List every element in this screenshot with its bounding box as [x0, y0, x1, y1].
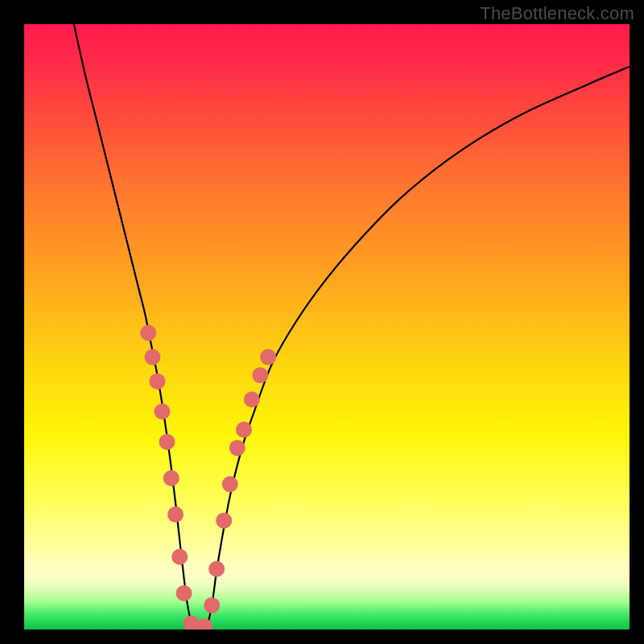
- watermark-text: TheBottleneck.com: [480, 3, 634, 24]
- highlight-dot: [244, 391, 260, 407]
- highlight-dot: [216, 513, 232, 529]
- chart-svg: [24, 24, 630, 630]
- plot-area: [24, 24, 630, 630]
- highlight-dot: [140, 325, 156, 341]
- highlight-dot: [260, 349, 276, 365]
- highlight-dot: [163, 470, 180, 486]
- highlight-dot: [144, 349, 160, 365]
- highlight-dot: [222, 477, 238, 493]
- highlight-dot: [171, 549, 188, 565]
- chart-frame: TheBottleneck.com: [0, 0, 644, 644]
- highlight-dot: [159, 434, 175, 450]
- highlight-dot: [176, 585, 192, 601]
- highlight-dot: [149, 374, 165, 390]
- highlight-dot: [204, 597, 220, 613]
- highlight-dot: [229, 440, 246, 456]
- highlight-dot: [167, 506, 184, 522]
- highlight-dot: [154, 403, 170, 419]
- highlight-dot: [236, 422, 252, 438]
- highlight-dot: [252, 367, 268, 383]
- chart-background: [24, 24, 630, 630]
- highlight-dot: [208, 561, 225, 577]
